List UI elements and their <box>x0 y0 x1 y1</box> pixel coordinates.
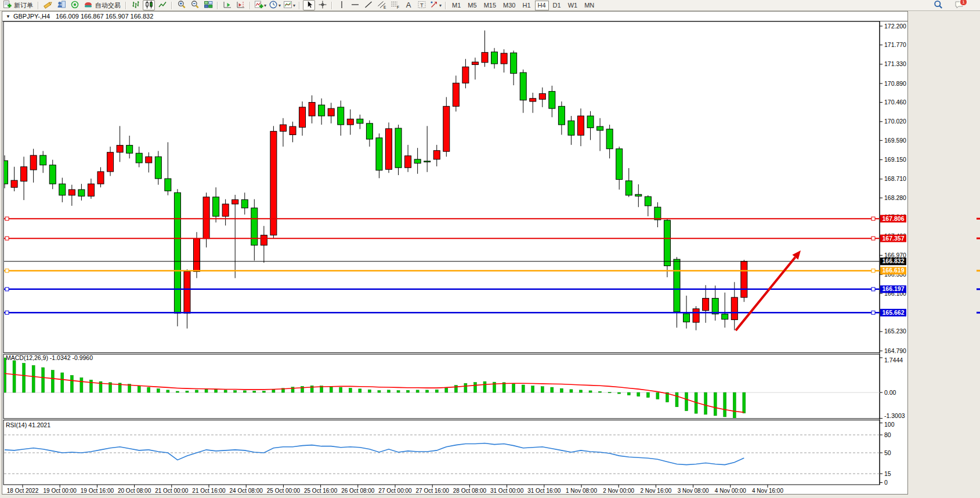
macd-bar <box>724 392 726 417</box>
rsi-pane[interactable] <box>3 420 880 485</box>
macd-bar <box>253 391 256 392</box>
bear-candle <box>558 106 565 125</box>
bear-candle <box>674 259 680 312</box>
bull-candle <box>482 52 488 62</box>
macd-bar <box>89 380 92 392</box>
bull-candle <box>184 271 190 313</box>
bull-candle <box>88 184 94 196</box>
main-price-pane[interactable] <box>3 21 880 353</box>
macd-bar <box>32 365 35 392</box>
time-label: 26 Oct 08:00 <box>341 488 375 494</box>
macd-bar <box>483 381 486 392</box>
bear-candle <box>251 208 258 245</box>
macd-indicator-label: MACD(12,26,9) -1.0342 -0.9960 <box>6 354 93 361</box>
bear-candle <box>59 184 66 195</box>
bear-candle <box>395 128 402 168</box>
svg-text:50: 50 <box>884 449 891 456</box>
macd-bar <box>445 388 448 392</box>
bull-candle <box>107 152 114 172</box>
bull-candle <box>232 199 238 204</box>
macd-bar <box>733 392 736 419</box>
time-label: 25 Oct 16:00 <box>304 488 338 494</box>
time-label: 1 Nov 08:00 <box>566 488 597 494</box>
time-label: 27 Oct 16:00 <box>416 488 450 494</box>
bull-candle <box>539 93 545 99</box>
time-label: 24 Oct 08:00 <box>230 488 263 494</box>
bull-candle <box>194 239 200 272</box>
macd-bar <box>80 378 83 392</box>
macd-bar <box>388 390 390 392</box>
svg-text:168.710: 168.710 <box>884 175 906 182</box>
bull-candle <box>530 99 536 101</box>
macd-bar <box>368 390 371 392</box>
svg-text:171.330: 171.330 <box>884 60 906 67</box>
bear-candle <box>625 181 632 195</box>
line-anchor <box>5 237 9 240</box>
line-anchor <box>5 269 9 272</box>
bear-candle <box>213 197 219 216</box>
time-label: 19 Oct 00:00 <box>44 488 77 494</box>
macd-pane[interactable] <box>3 354 880 419</box>
time-label: 18 Oct 2022 <box>7 488 39 494</box>
bull-candle <box>462 67 469 83</box>
bear-candle <box>366 123 373 139</box>
macd-bar <box>61 373 64 392</box>
svg-text:171.770: 171.770 <box>884 41 906 48</box>
time-label: 31 Oct 00:00 <box>490 488 524 494</box>
bull-candle <box>261 235 267 245</box>
bear-candle <box>319 105 325 116</box>
svg-text:167.357: 167.357 <box>883 235 905 242</box>
edge-line-mark <box>977 238 980 239</box>
edge-line-mark <box>977 218 980 220</box>
bull-candle <box>270 131 277 235</box>
bull-candle <box>501 53 507 64</box>
macd-bar <box>531 386 534 392</box>
chart-canvas: 172.200171.770171.330170.890170.460170.0… <box>0 0 980 498</box>
macd-bar <box>330 387 332 392</box>
svg-text:164.790: 164.790 <box>884 347 906 354</box>
bear-candle <box>2 161 8 184</box>
svg-text:169.590: 169.590 <box>884 137 906 144</box>
line-anchor <box>5 288 9 291</box>
bear-candle <box>357 119 363 123</box>
rsi-axis: 1008050150 <box>880 421 895 486</box>
svg-text:80: 80 <box>884 431 891 438</box>
bear-candle <box>712 298 718 314</box>
bear-candle <box>338 107 344 125</box>
svg-text:0: 0 <box>884 479 888 486</box>
bull-candle <box>405 156 411 168</box>
time-label: 31 Oct 16:00 <box>527 488 561 494</box>
time-label: 4 Nov 00:00 <box>715 488 746 494</box>
macd-bar <box>743 392 746 413</box>
bull-candle <box>453 83 459 106</box>
svg-text:15: 15 <box>884 470 891 477</box>
time-label: 2 Nov 00:00 <box>603 488 634 494</box>
macd-bar <box>51 370 54 392</box>
macd-bar <box>416 390 419 392</box>
macd-bar <box>359 389 361 392</box>
bull-candle <box>703 298 709 310</box>
macd-bar <box>70 375 73 392</box>
macd-bar <box>580 390 583 392</box>
line-anchor <box>871 237 875 240</box>
bear-candle <box>136 153 142 163</box>
bear-candle <box>174 192 180 313</box>
bull-candle <box>222 204 229 216</box>
line-anchor <box>871 217 875 220</box>
line-anchor <box>5 311 9 314</box>
bear-candle <box>587 116 594 128</box>
bull-candle <box>30 155 37 170</box>
macd-bar <box>196 390 198 392</box>
macd-bar <box>272 390 275 392</box>
edge-line-mark <box>977 270 980 271</box>
bear-candle <box>597 126 603 130</box>
bull-candle <box>68 190 75 195</box>
bear-candle <box>549 92 555 108</box>
bull-candle <box>347 119 353 125</box>
bear-candle <box>635 194 642 196</box>
svg-text:100: 100 <box>884 421 895 428</box>
macd-bar <box>42 368 45 392</box>
bear-candle <box>491 52 498 64</box>
time-axis[interactable]: 18 Oct 202219 Oct 00:0019 Oct 16:0020 Oc… <box>7 485 784 494</box>
macd-bar <box>407 390 410 392</box>
